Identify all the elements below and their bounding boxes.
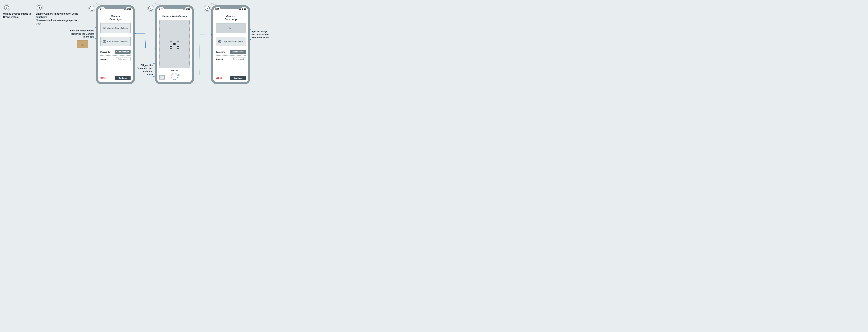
deposit-label: Deposit To xyxy=(216,51,225,53)
battery-icon xyxy=(128,8,131,9)
action-row: Cancel Continue xyxy=(100,76,130,80)
step-2-text: Enable Camera Image Injection using capa… xyxy=(36,12,81,25)
speaker-slot xyxy=(113,6,118,7)
continue-button[interactable]: Continue xyxy=(230,76,246,80)
front-camera-dot xyxy=(179,6,180,7)
camera-icon xyxy=(103,27,106,29)
connector-trigger xyxy=(153,63,155,77)
amount-input[interactable] xyxy=(231,57,246,61)
step-1-text: Upload desired image to BrowserStack xyxy=(3,12,36,19)
caption-trigger: Trigger the Camera & click on shutter bu… xyxy=(135,64,153,76)
step-badge-5: 5 xyxy=(205,6,210,11)
clock: 3:03 xyxy=(100,8,103,10)
speaker-slot xyxy=(172,6,178,7)
action-row: Cancel Continue xyxy=(216,76,246,80)
divider xyxy=(100,55,130,56)
svg-point-12 xyxy=(250,39,251,40)
clock: 3:03 xyxy=(215,8,219,10)
battery-icon xyxy=(187,8,190,9)
clock: 3:03 xyxy=(159,8,162,10)
svg-point-7 xyxy=(153,76,155,77)
capture-front-button[interactable]: Capture front of check xyxy=(100,23,130,33)
select-account-button[interactable]: Select Account xyxy=(115,50,130,54)
cancel-button[interactable]: Cancel xyxy=(216,77,222,79)
step-number: 3 xyxy=(91,7,92,10)
phone-model-label: Phone X xyxy=(211,3,217,5)
image-icon xyxy=(229,27,232,29)
captured-front-preview[interactable] xyxy=(216,23,246,33)
gallery-thumbnail[interactable] xyxy=(159,76,164,80)
app-title: Camera Demo App xyxy=(216,14,246,21)
svg-point-2 xyxy=(95,38,96,39)
deposit-label: Deposit To xyxy=(100,51,110,53)
capture-back-label: Capture back of check xyxy=(222,40,243,42)
capture-front-label: Capture front of check xyxy=(107,27,128,29)
battery-icon xyxy=(244,8,246,9)
status-bar: 3:03 ◉ xyxy=(213,8,248,10)
divider xyxy=(100,35,130,35)
continue-button[interactable]: Continue xyxy=(115,76,130,80)
amount-label: Amount xyxy=(216,58,223,60)
caption-result: Injected image will be captured from the… xyxy=(252,30,270,39)
amount-input[interactable] xyxy=(116,57,130,61)
wifi-icon: ◉ xyxy=(185,8,187,10)
step-badge-2: 2 xyxy=(37,5,42,10)
capture-back-label: Capture back of check xyxy=(107,40,128,42)
front-camera-dot xyxy=(120,6,121,7)
status-bar: 3:03 ◉ xyxy=(98,8,133,10)
amount-label: Amount xyxy=(100,58,107,60)
caption-inject: Inject the image before triggering the C… xyxy=(68,29,94,38)
cellular-icon xyxy=(239,8,241,9)
step-badge-3: 3 xyxy=(89,6,94,11)
step-number: 2 xyxy=(38,6,40,9)
select-account-button[interactable]: Select Account xyxy=(230,50,246,54)
camera-viewfinder xyxy=(159,20,190,68)
step-number: 5 xyxy=(207,7,208,10)
wifi-icon: ◉ xyxy=(242,8,243,10)
connector-front-to-camera xyxy=(135,33,156,49)
status-icons: ◉ xyxy=(183,8,190,10)
capture-back-button[interactable]: Capture back of check xyxy=(100,37,130,47)
divider xyxy=(216,55,246,56)
phone-mock-demo-app-1: 3:03 ◉ Camera Demo App Capture front of … xyxy=(96,5,135,84)
front-camera-dot xyxy=(235,6,236,7)
capture-back-button[interactable]: Capture back of check xyxy=(216,37,246,47)
step-number: 1 xyxy=(6,6,7,9)
app-title-line1: Camera xyxy=(111,15,120,18)
app-title-line2: Demo App xyxy=(110,18,121,21)
app-screen: Camera Demo App Capture back of check De… xyxy=(213,11,248,82)
divider xyxy=(216,35,246,35)
step-number: 4 xyxy=(150,7,151,10)
svg-point-11 xyxy=(250,29,251,30)
shutter-button[interactable] xyxy=(171,73,178,80)
camera-screen: Capture front of check PHOTO xyxy=(157,11,192,82)
camera-icon xyxy=(103,40,106,42)
camera-title: Capture front of check xyxy=(159,15,190,18)
photo-mode-label: PHOTO xyxy=(159,69,190,71)
svg-point-1 xyxy=(95,27,96,28)
wifi-icon: ◉ xyxy=(126,8,128,10)
cellular-icon xyxy=(124,8,126,9)
cellular-icon xyxy=(183,8,185,9)
phone-mock-camera: 3:03 ◉ Capture front of check PHOTO xyxy=(155,5,194,84)
camera-icon xyxy=(218,40,221,42)
app-title-line1: Camera xyxy=(226,15,235,18)
step-badge-1: 1 xyxy=(4,5,9,10)
image-icon xyxy=(81,43,84,46)
focus-dot-icon xyxy=(173,43,176,45)
speaker-slot xyxy=(228,6,234,7)
svg-point-6 xyxy=(153,63,155,64)
phone-mock-demo-app-2: 3:03 ◉ Camera Demo App Capture back of c… xyxy=(211,5,250,84)
status-icons: ◉ xyxy=(124,8,131,10)
deposit-row: Deposit To Select Account xyxy=(100,50,130,54)
status-icons: ◉ xyxy=(239,8,246,10)
phone-model-label: Phone X xyxy=(155,3,161,5)
amount-row: Amount xyxy=(100,57,130,61)
amount-row: Amount xyxy=(216,57,246,61)
app-title-line2: Demo App xyxy=(225,18,237,21)
phone-model-label: Phone X xyxy=(96,3,102,5)
app-title: Camera Demo App xyxy=(100,14,130,21)
cancel-button[interactable]: Cancel xyxy=(100,77,107,79)
step-badge-4: 4 xyxy=(148,6,153,11)
camera-controls xyxy=(159,72,190,80)
